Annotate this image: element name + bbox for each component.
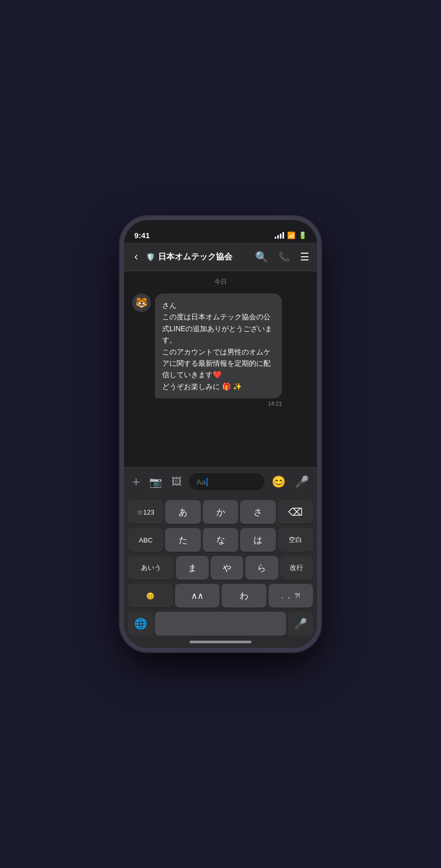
phone-screen: 9:41 📶 🔋 ‹ 🛡️ 日本オムテック協会 🔍 📞 — [124, 220, 317, 648]
key-wa[interactable]: わ — [222, 584, 266, 608]
keyboard-row-1: ☆123 あ か さ ⌫ — [126, 500, 315, 524]
emoji-button[interactable]: 😊 — [270, 473, 288, 491]
mic-key[interactable]: 🎤 — [288, 612, 313, 636]
key-return[interactable]: 改行 — [280, 556, 313, 580]
key-dakuten[interactable]: ∧∧ — [175, 584, 220, 608]
side-button-mute — [120, 282, 121, 299]
key-emoji[interactable]: 😊 — [128, 584, 173, 608]
menu-icon[interactable]: ☰ — [300, 251, 309, 263]
chat-title: 日本オムテック協会 — [158, 252, 232, 262]
key-ta[interactable]: た — [165, 528, 200, 552]
camera-button[interactable]: 📷 — [147, 474, 164, 490]
backspace-icon: ⌫ — [288, 506, 303, 518]
nav-title-area: 🛡️ 日本オムテック協会 — [146, 252, 249, 262]
input-placeholder: Aa — [196, 477, 206, 486]
key-ka[interactable]: か — [203, 500, 238, 524]
avatar: 🐯 — [132, 293, 151, 312]
key-ha[interactable]: は — [240, 528, 275, 552]
key-na[interactable]: な — [203, 528, 238, 552]
bubble-wrapper: さんこの度は日本オムテック協会の公式LINEの追加ありがとうございます。このアカ… — [155, 293, 282, 407]
wifi-icon: 📶 — [287, 231, 295, 239]
globe-icon: 🌐 — [134, 617, 147, 630]
mic-icon: 🎤 — [294, 617, 307, 630]
keyboard-bottom-row: 🌐 🎤 — [126, 612, 315, 636]
avatar-image: 🐯 — [136, 297, 147, 308]
home-bar-area — [126, 636, 315, 648]
key-punctuation[interactable]: 、。?! — [269, 584, 313, 608]
text-input-container[interactable]: Aa — [189, 473, 264, 490]
side-button-power — [320, 313, 321, 354]
key-symbols[interactable]: ☆123 — [128, 500, 163, 524]
keyboard-row-4: 😊 ∧∧ わ 、。?! — [126, 584, 315, 608]
key-a[interactable]: あ — [165, 500, 200, 524]
add-button[interactable]: + — [130, 472, 142, 492]
keyboard-row-2: ABC た な は 空白 — [126, 528, 315, 552]
home-indicator — [190, 641, 251, 643]
shield-icon: 🛡️ — [146, 253, 155, 261]
key-ma[interactable]: ま — [176, 556, 209, 580]
keyboard: ☆123 あ か さ ⌫ ABC — [124, 496, 317, 648]
side-button-volume-down — [120, 347, 121, 378]
message-bubble: さんこの度は日本オムテック協会の公式LINEの追加ありがとうございます。このアカ… — [155, 293, 282, 398]
date-label: 今日 — [132, 277, 309, 286]
message-time: 14:21 — [155, 400, 282, 407]
key-abc[interactable]: ABC — [128, 528, 163, 552]
input-bar: + 📷 🖼 Aa 😊 🎤 — [124, 467, 317, 496]
space-key[interactable] — [155, 612, 286, 636]
status-time: 9:41 — [134, 231, 150, 240]
voice-button[interactable]: 🎤 — [293, 473, 311, 491]
phone-icon[interactable]: 📞 — [278, 251, 290, 262]
key-space[interactable]: 空白 — [278, 528, 313, 552]
chat-area: 今日 🐯 さんこの度は日本オムテック協会の公式LINEの追加ありがとうございます… — [124, 271, 317, 467]
phone-shell: 9:41 📶 🔋 ‹ 🛡️ 日本オムテック協会 🔍 📞 — [120, 216, 321, 652]
message-row: 🐯 さんこの度は日本オムテック協会の公式LINEの追加ありがとうございます。この… — [132, 293, 309, 407]
search-icon[interactable]: 🔍 — [255, 251, 268, 263]
side-button-volume-up — [120, 308, 121, 339]
text-cursor — [207, 478, 208, 486]
notch — [179, 220, 262, 236]
battery-icon: 🔋 — [298, 231, 307, 239]
globe-key[interactable]: 🌐 — [128, 612, 153, 636]
key-ya[interactable]: や — [211, 556, 243, 580]
backspace-key[interactable]: ⌫ — [278, 500, 313, 524]
key-ra[interactable]: ら — [245, 556, 278, 580]
signal-bars-icon — [275, 232, 284, 239]
image-button[interactable]: 🖼 — [169, 474, 184, 490]
back-button[interactable]: ‹ — [132, 248, 140, 266]
key-sa[interactable]: さ — [240, 500, 275, 524]
keyboard-row-3: あいう ま や ら 改行 — [126, 556, 315, 580]
status-icons: 📶 🔋 — [275, 231, 307, 239]
key-hiragana[interactable]: あいう — [128, 556, 174, 580]
nav-action-icons: 🔍 📞 ☰ — [255, 251, 309, 263]
nav-bar: ‹ 🛡️ 日本オムテック協会 🔍 📞 ☰ — [124, 243, 317, 271]
message-text: さんこの度は日本オムテック協会の公式LINEの追加ありがとうございます。このアカ… — [162, 301, 272, 391]
